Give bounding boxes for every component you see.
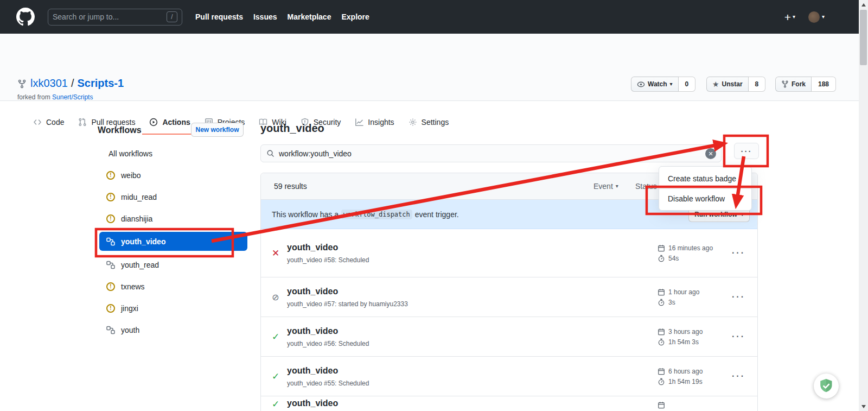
repo-header: lxk0301/Scripts-1 forked from Sunert/Scr… (0, 34, 868, 101)
event-filter-label: Event (593, 182, 613, 191)
stopwatch-icon (658, 255, 665, 262)
shield-check-icon (818, 378, 834, 394)
sidebar-item-jingxi[interactable]: ! jingxi (106, 299, 243, 318)
calendar-icon (658, 401, 665, 409)
tab-insights[interactable]: Insights (348, 110, 401, 135)
sidebar-item-youth-video[interactable]: ! youth_video (99, 232, 247, 251)
tab-settings[interactable]: Settings (401, 110, 456, 135)
run-title-link[interactable]: youth_video (287, 399, 338, 408)
run-status-icon: ⊘ (272, 292, 287, 302)
nav-issues[interactable]: Issues (253, 12, 277, 21)
workflow-icon (106, 237, 115, 246)
nav-pull-requests[interactable]: Pull requests (195, 12, 243, 21)
run-title-link[interactable]: youth_video (287, 287, 408, 296)
fork-button-group: Fork 188 (775, 77, 836, 92)
fork-button-label: Fork (792, 80, 806, 88)
run-subtitle: youth_video #56: Scheduled (287, 340, 369, 347)
sidebar-item-all-workflows[interactable]: All workflows (108, 144, 245, 163)
github-logo-icon[interactable] (16, 8, 35, 26)
warning-icon: ! (106, 304, 115, 313)
watch-button[interactable]: Watch ▾ (631, 77, 679, 92)
workflow-run-row: ✓ youth_video youth_video #55: Scheduled… (261, 356, 757, 396)
calendar-icon (658, 288, 665, 296)
create-new-button[interactable]: + ▾ (784, 11, 795, 23)
workflow-run-row: ⊘ youth_video youth_video #57: started b… (261, 277, 757, 317)
code-icon (33, 118, 42, 127)
caret-down-icon: ▾ (670, 81, 673, 87)
watch-button-label: Watch (648, 80, 667, 88)
event-filter-dropdown[interactable]: Event ▾ (593, 182, 618, 191)
sidebar-item-youth[interactable]: ! youth (106, 321, 243, 339)
adguard-badge[interactable] (814, 374, 839, 399)
workflow-run-row: ✓ youth_video youth_video #56: Scheduled… (261, 317, 757, 356)
stopwatch-icon (658, 338, 665, 346)
unstar-button[interactable]: ★ Unstar (706, 77, 749, 92)
caret-down-icon: ▾ (741, 212, 744, 217)
repo-forked-icon (781, 80, 789, 88)
run-title-link[interactable]: youth_video (287, 366, 369, 376)
run-options-button[interactable]: ··· (732, 332, 745, 342)
global-search-input[interactable] (53, 12, 167, 21)
sidebar-item-label: midu_read (121, 193, 157, 201)
plus-icon: + (784, 11, 791, 23)
workflow-run-search: ✕ (260, 144, 722, 162)
run-status-icon: ✓ (272, 371, 287, 382)
workflow-options-menu: Create status badge Disable workflow (659, 166, 752, 211)
search-icon (266, 149, 275, 157)
header-nav: Pull requests Issues Marketplace Explore (195, 12, 369, 21)
workflow-run-search-input[interactable] (279, 149, 703, 158)
page-scrollbar[interactable] (859, 0, 868, 411)
star-count[interactable]: 8 (749, 77, 766, 92)
workflow-icon (106, 326, 115, 334)
sidebar-item-youth-read[interactable]: ! youth_read (106, 256, 243, 274)
workflow-options-button[interactable]: ··· (734, 143, 759, 159)
header-right: + ▾ ▾ (784, 0, 825, 34)
run-subtitle: youth_video #58: Scheduled (287, 256, 369, 264)
global-header: / Pull requests Issues Marketplace Explo… (0, 0, 868, 34)
workflow-run-row: ✓ youth_video (261, 396, 757, 411)
gear-icon (409, 118, 417, 127)
run-status-icon: ✓ (272, 399, 287, 410)
fork-count[interactable]: 188 (812, 77, 836, 92)
star-icon: ★ (712, 80, 719, 88)
user-menu-button[interactable]: ▾ (808, 11, 825, 23)
run-duration: 1h 54m 3s (668, 338, 699, 346)
scroll-down-arrow[interactable] (859, 402, 868, 411)
nav-marketplace[interactable]: Marketplace (288, 12, 331, 21)
run-time: 1 hour ago (668, 288, 699, 296)
fork-source-link[interactable]: Sunert/Scripts (52, 93, 93, 101)
tab-label: Settings (422, 118, 449, 127)
run-options-button[interactable]: ··· (732, 292, 745, 302)
sidebar-item-weibo[interactable]: ! weibo (106, 166, 243, 185)
tab-code[interactable]: Code (26, 110, 71, 135)
menu-item-create-status-badge[interactable]: Create status badge (659, 169, 751, 188)
tab-label: Code (46, 118, 64, 127)
user-avatar (808, 11, 820, 23)
caret-down-icon: ▾ (793, 14, 795, 20)
new-workflow-button[interactable]: New workflow (191, 123, 244, 137)
clear-search-button[interactable]: ✕ (705, 148, 716, 159)
sidebar-item-label: txnews (121, 282, 145, 291)
watch-count[interactable]: 0 (679, 77, 696, 92)
breadcrumb: lxk0301/Scripts-1 (30, 77, 124, 90)
nav-explore[interactable]: Explore (341, 12, 369, 21)
sidebar-item-dianshijia[interactable]: ! dianshijia (106, 210, 243, 228)
repo-name-link[interactable]: Scripts-1 (78, 77, 124, 89)
sidebar-item-midu-read[interactable]: ! midu_read (106, 188, 243, 206)
run-title-link[interactable]: youth_video (287, 326, 369, 336)
scroll-up-arrow[interactable] (859, 0, 868, 9)
run-duration: 1h 54m 19s (668, 378, 703, 385)
unstar-button-label: Unstar (722, 80, 743, 88)
run-options-button[interactable]: ··· (732, 371, 745, 381)
run-title-link[interactable]: youth_video (287, 243, 369, 252)
run-workflow-label: Run workflow (694, 211, 737, 218)
menu-item-disable-workflow[interactable]: Disable workflow (659, 188, 751, 208)
fork-button[interactable]: Fork (775, 77, 812, 92)
scrollbar-thumb[interactable] (860, 10, 867, 65)
run-options-button[interactable]: ··· (732, 248, 745, 258)
calendar-icon (658, 368, 665, 375)
sidebar-item-label: jingxi (121, 304, 138, 313)
run-duration: 54s (668, 255, 679, 262)
repo-owner-link[interactable]: lxk0301 (30, 77, 68, 89)
sidebar-item-txnews[interactable]: ! txnews (106, 277, 243, 296)
